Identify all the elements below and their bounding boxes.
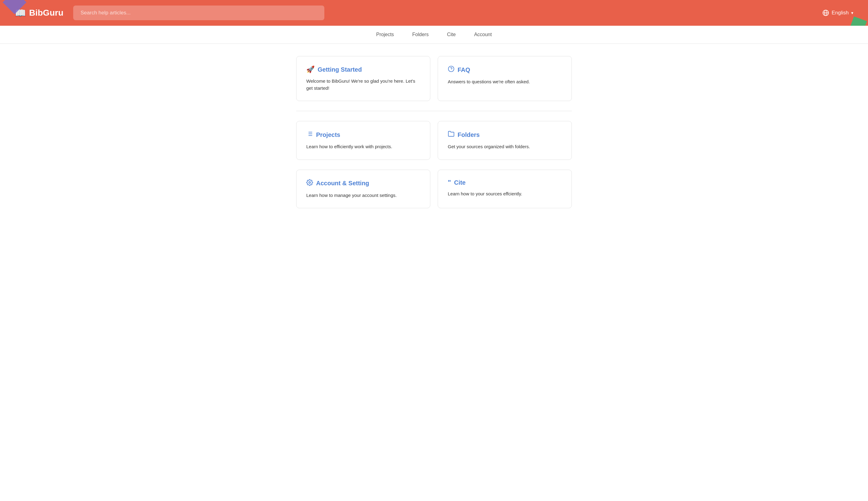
- chevron-down-icon: ▾: [851, 10, 853, 15]
- card-folders[interactable]: Folders Get your sources organized with …: [438, 121, 572, 160]
- search-bar: [73, 6, 324, 20]
- card-folders-title: Folders: [448, 130, 562, 139]
- rocket-icon: 🚀: [306, 65, 314, 74]
- language-selector[interactable]: English ▾: [822, 10, 853, 16]
- folder-icon: [448, 130, 454, 139]
- card-getting-started[interactable]: 🚀 Getting Started Welcome to BibGuru! We…: [296, 56, 430, 101]
- globe-icon: [822, 10, 829, 16]
- logo[interactable]: 📖 BibGuru: [15, 8, 63, 18]
- card-faq[interactable]: FAQ Answers to questions we're often ask…: [438, 56, 572, 101]
- card-projects-desc: Learn how to efficiently work with proje…: [306, 143, 420, 150]
- gear-icon: [306, 179, 313, 188]
- card-faq-desc: Answers to questions we're often asked.: [448, 78, 562, 85]
- quote-icon: ": [448, 179, 451, 186]
- cards-row-2: Projects Learn how to efficiently work w…: [296, 121, 572, 160]
- navigation: Projects Folders Cite Account: [0, 26, 868, 44]
- main-content: 🚀 Getting Started Welcome to BibGuru! We…: [290, 44, 578, 236]
- card-cite-title: " Cite: [448, 179, 562, 186]
- svg-point-11: [309, 182, 311, 183]
- card-projects-title: Projects: [306, 130, 420, 139]
- list-icon: [306, 130, 313, 139]
- nav-item-account[interactable]: Account: [474, 32, 492, 38]
- nav-item-folders[interactable]: Folders: [412, 32, 428, 38]
- card-faq-title: FAQ: [448, 65, 562, 74]
- nav-item-cite[interactable]: Cite: [447, 32, 456, 38]
- language-label: English: [832, 10, 849, 16]
- question-icon: [448, 65, 454, 74]
- card-account-setting-title: Account & Setting: [306, 179, 420, 188]
- search-input[interactable]: [73, 6, 324, 20]
- cards-row-1: 🚀 Getting Started Welcome to BibGuru! We…: [296, 56, 572, 101]
- card-account-setting[interactable]: Account & Setting Learn how to manage yo…: [296, 170, 430, 209]
- nav-item-projects[interactable]: Projects: [376, 32, 394, 38]
- card-getting-started-desc: Welcome to BibGuru! We're so glad you're…: [306, 78, 420, 92]
- card-projects[interactable]: Projects Learn how to efficiently work w…: [296, 121, 430, 160]
- card-folders-desc: Get your sources organized with folders.: [448, 143, 562, 150]
- decorative-green-shape: [849, 17, 867, 26]
- section-divider-1: [296, 111, 572, 111]
- card-getting-started-title: 🚀 Getting Started: [306, 65, 420, 74]
- cards-row-3: Account & Setting Learn how to manage yo…: [296, 170, 572, 209]
- card-account-setting-desc: Learn how to manage your account setting…: [306, 192, 420, 199]
- card-cite[interactable]: " Cite Learn how to your sources effcien…: [438, 170, 572, 209]
- logo-text: BibGuru: [29, 8, 63, 18]
- card-cite-desc: Learn how to your sources effciently.: [448, 191, 562, 198]
- header: 📖 BibGuru English ▾: [0, 0, 868, 26]
